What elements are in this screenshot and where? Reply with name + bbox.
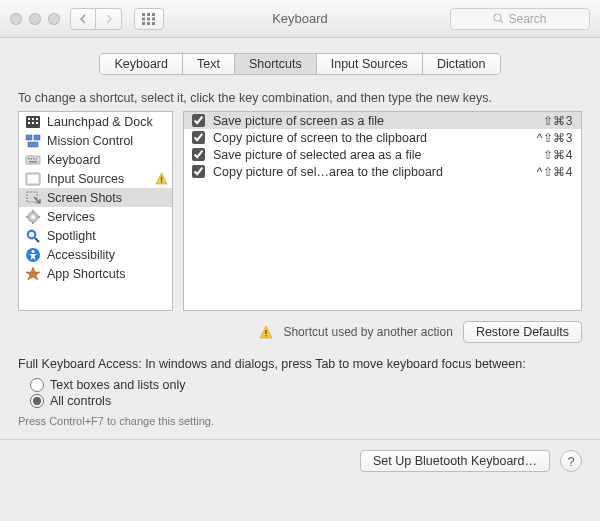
sidebar-item-label: App Shortcuts — [47, 267, 126, 281]
svg-rect-17 — [36, 122, 38, 124]
shortcut-keys[interactable]: ^⇧⌘3 — [537, 131, 573, 145]
shortcut-row[interactable]: Save picture of selected area as a file⇧… — [184, 146, 581, 163]
sidebar-item-spotlight[interactable]: Spotlight — [19, 226, 172, 245]
setup-bluetooth-keyboard-button[interactable]: Set Up Bluetooth Keyboard… — [360, 450, 550, 472]
svg-rect-20 — [28, 142, 38, 147]
svg-rect-15 — [28, 122, 30, 124]
svg-rect-19 — [34, 135, 40, 140]
sidebar-item-input-sources[interactable]: Input Sources — [19, 169, 172, 188]
shortcut-label: Save picture of screen as a file — [213, 114, 535, 128]
svg-point-34 — [31, 215, 35, 219]
sidebar-item-label: Services — [47, 210, 95, 224]
content-area: KeyboardTextShortcutsInput SourcesDictat… — [0, 38, 600, 439]
grid-icon — [142, 13, 156, 25]
shortcut-enable-checkbox[interactable] — [192, 165, 205, 178]
below-lists-row: Shortcut used by another action Restore … — [18, 321, 582, 343]
conflict-note: Shortcut used by another action — [283, 325, 452, 339]
help-icon: ? — [567, 454, 574, 469]
sidebar-item-label: Spotlight — [47, 229, 96, 243]
svg-rect-8 — [152, 22, 155, 25]
close-window-button[interactable] — [10, 13, 22, 25]
svg-rect-18 — [26, 135, 32, 140]
chevron-right-icon — [105, 14, 113, 24]
screenshots-icon — [25, 190, 41, 206]
tab-dictation[interactable]: Dictation — [423, 54, 500, 74]
help-button[interactable]: ? — [560, 450, 582, 472]
sidebar-item-accessibility[interactable]: Accessibility — [19, 245, 172, 264]
svg-rect-2 — [152, 13, 155, 16]
shortcut-list: Save picture of screen as a file⇧⌘3Copy … — [183, 111, 582, 311]
show-all-button[interactable] — [134, 8, 164, 30]
shortcut-row[interactable]: Copy picture of sel…area to the clipboar… — [184, 163, 581, 180]
fka-option[interactable]: Text boxes and lists only — [30, 377, 582, 393]
shortcuts-split-view: Launchpad & DockMission ControlKeyboardI… — [18, 111, 582, 311]
shortcut-label: Copy picture of sel…area to the clipboar… — [213, 165, 529, 179]
svg-rect-28 — [28, 175, 38, 183]
tab-shortcuts[interactable]: Shortcuts — [235, 54, 317, 74]
warning-icon — [259, 325, 273, 339]
services-icon — [25, 209, 41, 225]
spotlight-icon — [25, 228, 41, 244]
fka-radio[interactable] — [30, 378, 44, 392]
restore-defaults-button[interactable]: Restore Defaults — [463, 321, 582, 343]
shortcut-row[interactable]: Save picture of screen as a file⇧⌘3 — [184, 112, 581, 129]
sidebar-item-app-shortcuts[interactable]: App Shortcuts — [19, 264, 172, 283]
sidebar-item-keyboard[interactable]: Keyboard — [19, 150, 172, 169]
warning-icon — [154, 172, 168, 186]
back-button[interactable] — [70, 8, 96, 30]
shortcut-keys[interactable]: ⇧⌘4 — [543, 148, 573, 162]
sidebar-item-label: Screen Shots — [47, 191, 122, 205]
footer: Set Up Bluetooth Keyboard… ? — [0, 439, 600, 482]
keyboard-icon — [25, 152, 41, 168]
full-keyboard-access-label: Full Keyboard Access: In windows and dia… — [18, 357, 582, 371]
sidebar-item-mission-control[interactable]: Mission Control — [19, 131, 172, 150]
launchpad-icon — [25, 114, 41, 130]
sidebar-item-launchpad-dock[interactable]: Launchpad & Dock — [19, 112, 172, 131]
svg-rect-6 — [142, 22, 145, 25]
search-icon — [493, 13, 504, 24]
svg-rect-32 — [27, 192, 37, 202]
svg-rect-21 — [26, 156, 40, 164]
forward-button[interactable] — [96, 8, 122, 30]
svg-rect-1 — [147, 13, 150, 16]
shortcut-keys[interactable]: ⇧⌘3 — [543, 114, 573, 128]
zoom-window-button[interactable] — [48, 13, 60, 25]
tab-input-sources[interactable]: Input Sources — [317, 54, 423, 74]
full-keyboard-access-hint: Press Control+F7 to change this setting. — [18, 415, 582, 427]
full-keyboard-access-options: Text boxes and lists onlyAll controls — [18, 377, 582, 409]
svg-rect-3 — [142, 17, 145, 20]
svg-line-41 — [35, 238, 39, 242]
category-sidebar: Launchpad & DockMission ControlKeyboardI… — [18, 111, 173, 311]
instructions-text: To change a shortcut, select it, click t… — [18, 91, 582, 105]
svg-rect-22 — [28, 158, 30, 160]
svg-point-40 — [29, 231, 34, 236]
shortcut-enable-checkbox[interactable] — [192, 148, 205, 161]
svg-point-9 — [494, 14, 501, 21]
svg-rect-46 — [266, 330, 267, 334]
shortcut-keys[interactable]: ^⇧⌘4 — [537, 165, 573, 179]
sidebar-item-services[interactable]: Services — [19, 207, 172, 226]
svg-rect-13 — [32, 118, 34, 120]
svg-rect-47 — [266, 335, 267, 337]
fka-option-label: Text boxes and lists only — [50, 378, 186, 392]
tab-text[interactable]: Text — [183, 54, 235, 74]
accessibility-icon — [25, 247, 41, 263]
svg-rect-23 — [31, 158, 33, 160]
svg-rect-25 — [36, 158, 38, 160]
shortcut-label: Save picture of selected area as a file — [213, 148, 535, 162]
svg-line-10 — [501, 20, 504, 23]
tab-keyboard[interactable]: Keyboard — [100, 54, 183, 74]
shortcut-row[interactable]: Copy picture of screen to the clipboard^… — [184, 129, 581, 146]
svg-rect-14 — [36, 118, 38, 120]
fka-option[interactable]: All controls — [30, 393, 582, 409]
fka-radio[interactable] — [30, 394, 44, 408]
shortcut-enable-checkbox[interactable] — [192, 131, 205, 144]
sidebar-item-label: Accessibility — [47, 248, 115, 262]
minimize-window-button[interactable] — [29, 13, 41, 25]
search-input[interactable]: Search — [450, 8, 590, 30]
shortcut-enable-checkbox[interactable] — [192, 114, 205, 127]
nav-buttons — [70, 8, 122, 30]
svg-rect-4 — [147, 17, 150, 20]
sidebar-item-label: Launchpad & Dock — [47, 115, 153, 129]
sidebar-item-screen-shots[interactable]: Screen Shots — [19, 188, 172, 207]
